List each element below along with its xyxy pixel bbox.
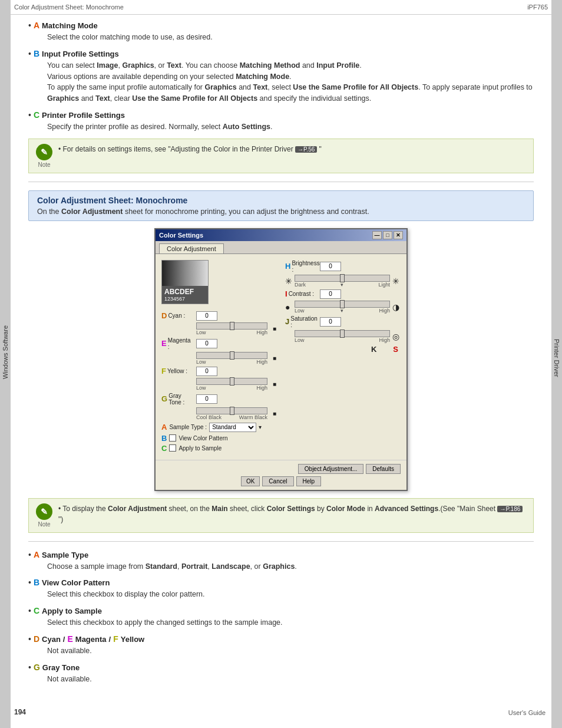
top-bar-left: Color Adjustment Sheet: Monochrome bbox=[14, 4, 124, 11]
sidebar-windows: Windows Software bbox=[0, 0, 11, 728]
color-adjustment-tab[interactable]: Color Adjustment bbox=[159, 243, 224, 253]
section-apply-to-sample: • C Apply to Sample Select this checkbox… bbox=[28, 606, 534, 628]
letter-c-printer: C bbox=[34, 110, 39, 120]
yellow-thumb[interactable] bbox=[230, 377, 234, 386]
yellow-label: F Yellow : bbox=[161, 367, 194, 375]
sample-type-heading: • A Sample Type bbox=[28, 550, 534, 559]
view-color-checkbox[interactable] bbox=[169, 434, 176, 442]
cancel-button[interactable]: Cancel bbox=[262, 476, 293, 486]
yellow-right-icon: ■ bbox=[270, 380, 279, 389]
dialog-preview: ABCDEF 1234567 bbox=[161, 260, 209, 304]
letter-a-matching: A bbox=[34, 21, 39, 30]
dialog-footer-bottom: OK Cancel Help bbox=[161, 476, 401, 486]
saturation-input[interactable] bbox=[320, 317, 341, 327]
graytone-input[interactable] bbox=[196, 394, 217, 404]
page-divider-1 bbox=[28, 182, 534, 182]
apply-sample-checkbox[interactable] bbox=[169, 444, 176, 452]
top-bar: Color Adjustment Sheet: Monochrome iPF76… bbox=[0, 0, 562, 15]
main-content: • A Matching Mode Select the color match… bbox=[11, 15, 551, 696]
dialog-max-btn[interactable]: □ bbox=[383, 231, 392, 239]
section-input-profile: • B Input Profile Settings You can selec… bbox=[28, 49, 534, 104]
magenta-right-icon: ■ bbox=[270, 354, 279, 363]
section-gray-tone: • G Gray Tone Not available. bbox=[28, 663, 534, 685]
yellow-section-title: Yellow bbox=[121, 635, 144, 644]
saturation-high: High bbox=[379, 337, 390, 343]
note-text-1: • For details on settings items, see "Ad… bbox=[58, 144, 322, 154]
top-bar-right: iPF765 bbox=[527, 4, 548, 11]
sidebar-printer: Printer Driver bbox=[551, 0, 562, 728]
brightness-label: H Brightness : bbox=[285, 260, 318, 273]
cyan-low: Low bbox=[196, 330, 206, 335]
letter-a-sample: A bbox=[34, 550, 39, 559]
graytone-thumb[interactable] bbox=[230, 407, 234, 415]
magenta-low: Low bbox=[196, 359, 206, 365]
cyan-input[interactable] bbox=[196, 311, 217, 321]
k-label: K bbox=[371, 345, 376, 354]
graytone-track-row: Cool Black Warm Black ■ bbox=[161, 407, 279, 420]
note-icon-1: ✎ bbox=[36, 144, 52, 160]
sample-type-row: A Sample Type : Standard Portrait Landsc… bbox=[161, 423, 279, 432]
ok-button[interactable]: OK bbox=[241, 476, 260, 486]
magenta-thumb[interactable] bbox=[230, 351, 234, 360]
gray-tone-section-title: Gray Tone bbox=[42, 663, 80, 672]
cyan-thumb[interactable] bbox=[230, 322, 234, 330]
saturation-low: Low bbox=[295, 337, 305, 343]
dialog-close-btn[interactable]: ✕ bbox=[394, 231, 403, 239]
graytone-right-icon: ■ bbox=[270, 409, 279, 419]
cyan-high: High bbox=[256, 330, 267, 335]
saturation-label: J Saturation : bbox=[285, 315, 318, 328]
dialog-titlebar-buttons: — □ ✕ bbox=[372, 231, 403, 239]
color-settings-dialog: Color Settings — □ ✕ Color Adjustment bbox=[154, 228, 408, 491]
apply-to-sample-row: C Apply to Sample bbox=[161, 444, 279, 453]
matching-mode-heading: • A Matching Mode bbox=[28, 21, 534, 30]
saturation-thumb[interactable] bbox=[340, 330, 345, 338]
dialog-titlebar: Color Settings — □ ✕ bbox=[156, 229, 406, 241]
view-color-pattern-row: B View Color Pattern bbox=[161, 434, 279, 443]
dialog-left-panel: ABCDEF 1234567 D Cyan : bbox=[161, 260, 279, 454]
letter-b-input: B bbox=[34, 49, 39, 58]
cyan-section-title: Cyan bbox=[42, 635, 61, 644]
object-adjustment-button[interactable]: Object Adjustment... bbox=[298, 464, 364, 474]
brightness-input[interactable] bbox=[320, 262, 341, 271]
letter-b-view: B bbox=[34, 578, 39, 587]
view-color-section-title: View Color Pattern bbox=[42, 578, 110, 587]
gray-tone-heading: • G Gray Tone bbox=[28, 663, 534, 672]
help-button[interactable]: Help bbox=[296, 476, 322, 486]
dialog-footer-top: Object Adjustment... Defaults bbox=[161, 464, 401, 474]
ks-row: K S bbox=[285, 345, 401, 354]
brightness-thumb[interactable] bbox=[340, 274, 345, 282]
dialog-footer: Object Adjustment... Defaults OK Cancel … bbox=[156, 460, 406, 490]
saturation-right-icon: ◎ bbox=[392, 332, 401, 341]
page-number: 194 bbox=[14, 708, 26, 716]
cyan-track-row: Low High ■ bbox=[161, 322, 279, 335]
note-label-2: Note bbox=[38, 521, 50, 528]
magenta-slider-row: E Magenta : bbox=[161, 337, 279, 350]
magenta-track: Low High bbox=[196, 352, 267, 365]
printer-profile-heading: • C Printer Profile Settings bbox=[28, 110, 534, 120]
brightness-right-icon: ✳ bbox=[392, 276, 401, 286]
contrast-thumb[interactable] bbox=[340, 300, 345, 308]
yellow-input[interactable] bbox=[196, 367, 217, 376]
letter-d-cyan: D bbox=[34, 634, 39, 644]
dialog-min-btn[interactable]: — bbox=[372, 231, 382, 239]
dialog-container: Color Settings — □ ✕ Color Adjustment bbox=[28, 228, 534, 491]
dialog-right-panel: H Brightness : ✳ Dark bbox=[285, 260, 401, 454]
contrast-input[interactable] bbox=[320, 289, 341, 299]
yellow-low: Low bbox=[196, 385, 206, 391]
contrast-track-row: ● Low ▾ High ◑ bbox=[285, 301, 401, 314]
defaults-button[interactable]: Defaults bbox=[366, 464, 401, 474]
cmy-body: Not available. bbox=[47, 645, 534, 657]
color-adjustment-title: Color Adjustment Sheet: Monochrome bbox=[37, 196, 525, 205]
brightness-light: Light bbox=[378, 282, 390, 288]
contrast-track: Low ▾ High bbox=[295, 301, 390, 314]
preview-overlay: ABCDEF 1234567 bbox=[162, 286, 208, 304]
color-adjustment-intro: On the Color Adjustment sheet for monoch… bbox=[37, 207, 525, 216]
letter-g-gray: G bbox=[34, 663, 40, 672]
input-profile-title: Input Profile Settings bbox=[42, 50, 119, 58]
magenta-track-row: Low High ■ bbox=[161, 352, 279, 365]
sample-type-select[interactable]: Standard Portrait Landscape Graphics bbox=[209, 423, 256, 432]
apply-sample-letter: C bbox=[161, 444, 167, 453]
gray-tone-body: Not available. bbox=[47, 674, 534, 685]
magenta-input[interactable] bbox=[196, 339, 217, 348]
section-view-color-pattern: • B View Color Pattern Select this check… bbox=[28, 578, 534, 600]
